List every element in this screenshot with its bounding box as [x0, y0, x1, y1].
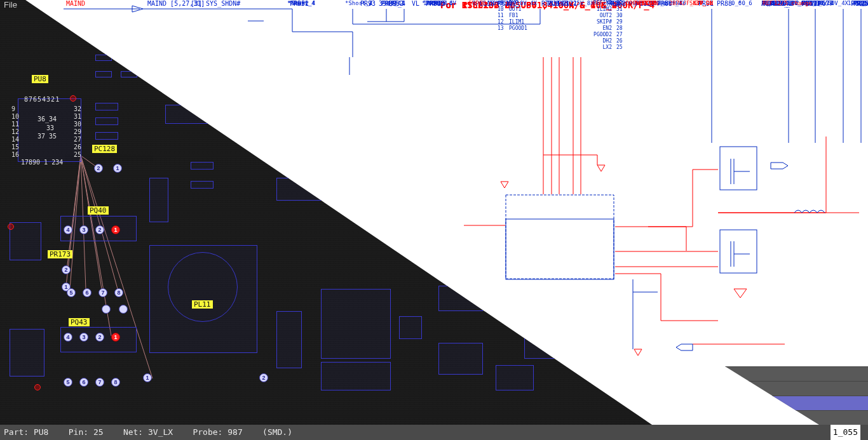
svg-rect-0 — [506, 195, 614, 279]
pr88[interactable]: PR88 — [717, 0, 732, 7]
u8-type: RT8210B — [541, 0, 568, 7]
svg-rect-1 — [506, 219, 614, 279]
lbl-pu8[interactable]: PU8 — [32, 75, 48, 83]
status-right: 1_055 — [831, 425, 860, 440]
sys-shdn[interactable]: [3] SYS_SHDN# — [191, 0, 240, 7]
pr82-val: 0_4 — [391, 0, 401, 6]
lbl-pl11[interactable]: PL11 — [192, 300, 213, 309]
pc128-pin2[interactable]: 2 — [94, 164, 103, 173]
status-bar: Part: PU8 Pin: 25 Net: 3V_LX Probe: 987 … — [0, 425, 868, 440]
change-note: 12/5 change — [774, 0, 812, 6]
lbl-pq43[interactable]: PQ43 — [69, 318, 90, 326]
pr91-val: 0_6 — [731, 0, 742, 6]
pr92-val: *Short_4 — [287, 0, 315, 6]
lbl-pq40[interactable]: PQ40 — [88, 206, 109, 215]
pc128-pin1[interactable]: 1 — [113, 164, 122, 173]
u8-left-pins: BYPOUT1FB1ILIM1PGOOD1 — [509, 0, 527, 32]
net-maind[interactable]: MAIND — [66, 0, 85, 7]
svg-rect-3 — [720, 230, 757, 273]
pr93-val: *Short_4 — [345, 0, 372, 6]
svg-rect-2 — [720, 147, 757, 190]
part-pu8[interactable]: 36_34 33 37 35 — [18, 98, 81, 162]
pin1-hot[interactable] — [70, 95, 76, 102]
lbl-pc128[interactable]: PC128 — [92, 145, 117, 153]
vl-label: VL — [412, 0, 419, 7]
5vpcu[interactable]: +5VPCU — [465, 0, 486, 6]
part-pl11[interactable] — [149, 245, 257, 353]
lbl-pr173[interactable]: PR173 — [48, 250, 72, 258]
pr78-val: *200K/F_4 — [422, 0, 453, 6]
